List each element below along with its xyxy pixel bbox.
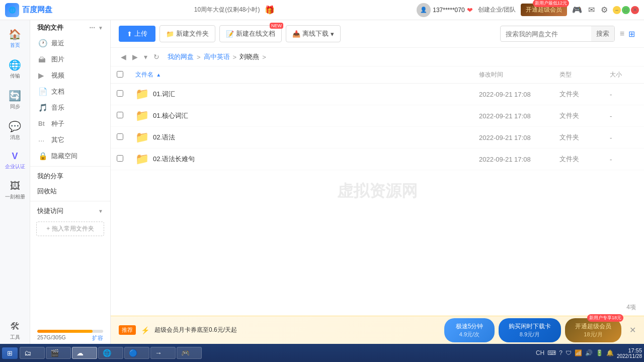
- sidebar-item-hidden[interactable]: 🔒 隐藏空间: [30, 148, 110, 164]
- quick-access-header[interactable]: 快捷访问 ▼: [30, 203, 110, 219]
- promo-text[interactable]: 10周年大促(仅剩48小时): [194, 6, 260, 14]
- col-name[interactable]: 文件名 ▲: [129, 66, 473, 84]
- dropdown-button[interactable]: ▾: [142, 52, 149, 62]
- sidebar-item-music[interactable]: 🎵 音乐: [30, 100, 110, 116]
- col-type[interactable]: 类型: [553, 66, 604, 84]
- more-icon[interactable]: ···: [89, 24, 95, 32]
- table-row[interactable]: 📁 02.语法 2022-09-21 17:08 文件夹 -: [111, 127, 644, 149]
- sidebar-item-home[interactable]: 🏠 首页: [3, 25, 28, 52]
- game-icon: 🎮: [181, 349, 190, 357]
- sidebar-item-photos[interactable]: 🏔 图片: [30, 51, 110, 67]
- sidebar-item-docs[interactable]: 📄 文档: [30, 84, 110, 100]
- forward-button[interactable]: ▶: [130, 52, 140, 62]
- row-checkbox-2[interactable]: [117, 133, 123, 140]
- games-icon[interactable]: 🎮: [572, 5, 582, 15]
- table-row[interactable]: 📁 01.词汇 2022-09-21 17:08 文件夹 -: [111, 84, 644, 105]
- start-button[interactable]: ⊞: [2, 347, 18, 359]
- sidebar-item-tools[interactable]: 🛠 工具: [3, 318, 28, 344]
- my-files-header[interactable]: 我的文件 ··· ▼: [30, 20, 110, 35]
- breadcrumb-level2[interactable]: 刘晓燕: [239, 52, 259, 61]
- sidebar-item-album[interactable]: 🖼 一刻相册: [3, 177, 28, 203]
- row-name-cell: 📁 02.语法长难句: [129, 149, 473, 170]
- sidebar-item-sync[interactable]: 🔄 同步: [3, 87, 28, 113]
- back-button[interactable]: ◀: [119, 52, 128, 62]
- recycle-link[interactable]: 回收站: [30, 184, 110, 199]
- taskbar-app-ie[interactable]: 🔵: [124, 347, 149, 359]
- sidebar-item-videos[interactable]: ▶ 视频: [30, 67, 110, 84]
- taskbar-app-game[interactable]: 🎮: [177, 347, 202, 359]
- select-all-checkbox[interactable]: [117, 71, 123, 78]
- taskbar-app-explorer[interactable]: 🗂: [20, 347, 45, 359]
- list-view-btn[interactable]: ≡: [619, 28, 625, 39]
- taskbar-battery-icon[interactable]: 🔋: [595, 348, 604, 357]
- maximize-button[interactable]: □: [622, 6, 630, 14]
- my-share-link[interactable]: 我的分享: [30, 169, 110, 184]
- col-date[interactable]: 修改时间: [473, 66, 553, 84]
- speed-line2: 4.9元/次: [454, 331, 485, 338]
- collapse-arrow[interactable]: ▼: [98, 25, 103, 31]
- col-size[interactable]: 大小: [604, 66, 644, 84]
- quick-access-arrow[interactable]: ▼: [98, 208, 103, 214]
- top-bar-left: 🌐 百度网盘: [5, 3, 52, 17]
- breadcrumb-root[interactable]: 我的网盘: [168, 52, 194, 61]
- taskbar-lang-icon[interactable]: CH: [535, 348, 545, 357]
- buy-line1: 购买闲时下载卡: [509, 322, 551, 331]
- sidebar-item-recent[interactable]: 🕐 最近: [30, 35, 110, 51]
- sidebar-item-enterprise[interactable]: V 企业认证: [3, 148, 28, 173]
- upload-button[interactable]: ⬆ 上传: [119, 26, 155, 42]
- storage-text: 257G/305G 扩容: [37, 334, 103, 342]
- search-input[interactable]: [501, 27, 591, 41]
- row-checkbox-3[interactable]: [117, 155, 123, 162]
- promo-close-button[interactable]: ✕: [629, 325, 636, 335]
- add-folder-button[interactable]: + 拖入常用文件夹: [36, 222, 104, 236]
- row-checkbox-1[interactable]: [117, 112, 123, 118]
- search-button[interactable]: 搜索: [591, 26, 614, 41]
- taskbar-app-app1[interactable]: →: [150, 347, 176, 359]
- promo-vip-button[interactable]: 新用户专享18元 开通超级会员 18元/月: [565, 318, 621, 342]
- taskbar-app-media[interactable]: 🎬: [46, 347, 71, 359]
- top-bar-right: 👤 137*****070 ❤ 创建企业/团队 开通超级会员 新用户最低12元 …: [417, 3, 639, 17]
- clock[interactable]: 17:55 2022/11/28: [617, 347, 642, 359]
- expand-button[interactable]: 扩容: [92, 334, 103, 342]
- taskbar-help-icon[interactable]: ?: [558, 348, 564, 357]
- vip-button[interactable]: 开通超级会员 新用户最低12元: [521, 4, 567, 16]
- taskbar-volume-icon[interactable]: 🔊: [584, 348, 594, 357]
- app-logo[interactable]: 🌐 百度网盘: [5, 3, 52, 17]
- grid-view-btn[interactable]: ⊞: [627, 28, 636, 40]
- sidebar-narrow: 🏠 首页 🌐 传输 🔄 同步 💬 消息 V 企业认证 🖼 一刻相册 🛠 工具: [0, 20, 30, 344]
- breadcrumb-level1[interactable]: 高中英语: [204, 52, 230, 61]
- settings-icon[interactable]: ⚙: [601, 5, 608, 15]
- file-name: 01.词汇: [153, 90, 175, 99]
- refresh-button[interactable]: ↻: [151, 52, 162, 62]
- minimize-button[interactable]: –: [613, 6, 621, 14]
- user-info[interactable]: 👤 137*****070 ❤: [417, 3, 472, 17]
- taskbar-wifi-icon[interactable]: 📶: [574, 348, 583, 357]
- close-button[interactable]: ✕: [631, 6, 639, 14]
- mail-icon[interactable]: ✉: [588, 5, 595, 15]
- sidebar-narrow-bottom: 🛠 工具: [3, 318, 28, 344]
- promo-speed-button[interactable]: 极速5分钟 4.9元/次: [444, 318, 495, 342]
- sidebar-item-message[interactable]: 💬 消息: [3, 117, 28, 144]
- create-team-btn[interactable]: 创建企业/团队: [478, 6, 516, 14]
- promo-buy-button[interactable]: 购买闲时下载卡 8.9元/月: [499, 318, 561, 342]
- table-row[interactable]: 📁 01.核心词汇 2022-09-21 17:08 文件夹 -: [111, 105, 644, 127]
- new-doc-button[interactable]: 📝 新建在线文档 NEW: [219, 25, 282, 42]
- top-bar: 🌐 百度网盘 10周年大促(仅剩48小时) 🎁 👤 137*****070 ❤ …: [0, 0, 644, 20]
- sidebar-item-torrent[interactable]: Bt 种子: [30, 116, 110, 132]
- table-row[interactable]: 📁 02.语法长难句 2022-09-21 17:08 文件夹 -: [111, 149, 644, 170]
- download-button[interactable]: 📥 离线下载 ▾: [286, 25, 341, 42]
- sidebar-item-other[interactable]: ··· 其它: [30, 132, 110, 148]
- sidebar-item-transfer[interactable]: 🌐 传输: [3, 56, 28, 83]
- taskbar-notification-icon[interactable]: 🔔: [605, 348, 615, 357]
- taskbar-security-icon[interactable]: 🛡: [565, 348, 573, 357]
- taskbar-app-baidu[interactable]: ☁: [72, 347, 97, 359]
- torrent-icon: Bt: [38, 120, 47, 127]
- user-name: 137*****070: [433, 7, 464, 14]
- row-checkbox-0[interactable]: [117, 90, 123, 97]
- taskbar-keyboard-icon[interactable]: ⌨: [546, 348, 557, 357]
- taskbar-right-icons: CH ⌨ ? 🛡 📶 🔊 🔋 🔔: [535, 348, 615, 357]
- videos-icon: ▶: [38, 71, 47, 80]
- storage-container: 257G/305G 扩容: [30, 326, 110, 344]
- taskbar-app-chrome[interactable]: 🌐: [98, 347, 123, 359]
- new-folder-button[interactable]: 📁 新建文件夹: [159, 25, 215, 42]
